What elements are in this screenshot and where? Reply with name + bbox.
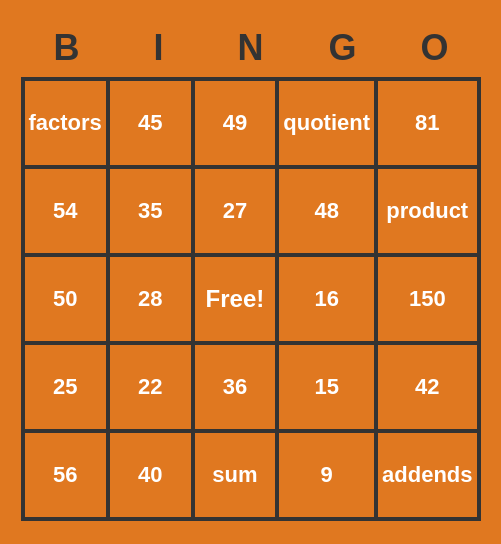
cell-3-0[interactable]: 25 bbox=[23, 343, 108, 431]
cell-4-1[interactable]: 40 bbox=[108, 431, 193, 519]
cell-1-1[interactable]: 35 bbox=[108, 167, 193, 255]
cell-2-4[interactable]: 150 bbox=[376, 255, 478, 343]
bingo-header: B I N G O bbox=[21, 23, 481, 73]
cell-0-0[interactable]: factors bbox=[23, 79, 108, 167]
cell-1-4[interactable]: product bbox=[376, 167, 478, 255]
bingo-grid: factors 45 49 quotient 81 54 35 27 48 pr… bbox=[21, 77, 481, 521]
cell-4-2[interactable]: sum bbox=[193, 431, 278, 519]
header-g: G bbox=[297, 23, 389, 73]
cell-3-3[interactable]: 15 bbox=[277, 343, 376, 431]
cell-0-3[interactable]: quotient bbox=[277, 79, 376, 167]
cell-2-1[interactable]: 28 bbox=[108, 255, 193, 343]
cell-2-3[interactable]: 16 bbox=[277, 255, 376, 343]
cell-3-1[interactable]: 22 bbox=[108, 343, 193, 431]
header-i: I bbox=[113, 23, 205, 73]
cell-1-0[interactable]: 54 bbox=[23, 167, 108, 255]
cell-1-3[interactable]: 48 bbox=[277, 167, 376, 255]
cell-1-2[interactable]: 27 bbox=[193, 167, 278, 255]
cell-3-4[interactable]: 42 bbox=[376, 343, 478, 431]
cell-free[interactable]: Free! bbox=[193, 255, 278, 343]
header-n: N bbox=[205, 23, 297, 73]
cell-2-0[interactable]: 50 bbox=[23, 255, 108, 343]
cell-0-4[interactable]: 81 bbox=[376, 79, 478, 167]
cell-3-2[interactable]: 36 bbox=[193, 343, 278, 431]
cell-0-1[interactable]: 45 bbox=[108, 79, 193, 167]
header-o: O bbox=[389, 23, 481, 73]
bingo-card: B I N G O factors 45 49 quotient 81 54 3… bbox=[11, 13, 491, 531]
cell-4-0[interactable]: 56 bbox=[23, 431, 108, 519]
cell-4-4[interactable]: addends bbox=[376, 431, 478, 519]
cell-0-2[interactable]: 49 bbox=[193, 79, 278, 167]
cell-4-3[interactable]: 9 bbox=[277, 431, 376, 519]
header-b: B bbox=[21, 23, 113, 73]
